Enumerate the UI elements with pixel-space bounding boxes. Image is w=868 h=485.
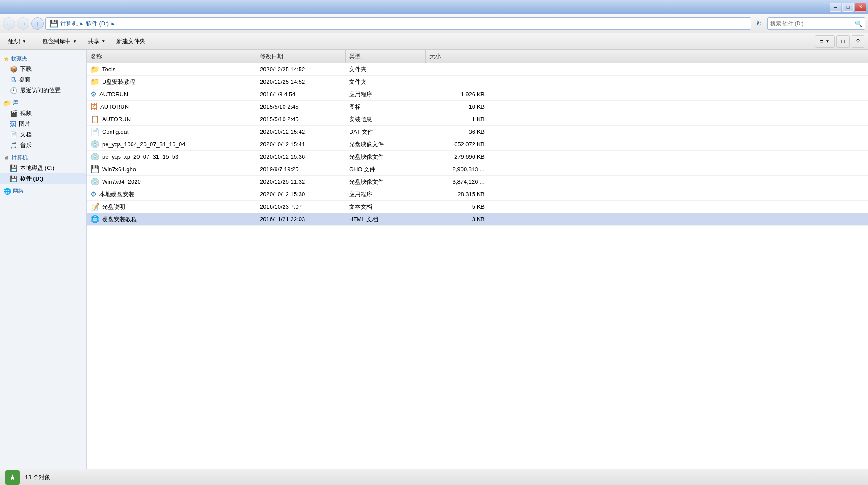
table-row[interactable]: 💿 pe_yqs_1064_20_07_31_16_04 2020/10/12 … [87, 138, 868, 151]
toolbar-sep1 [34, 36, 34, 47]
table-row[interactable]: 💾 Win7x64.gho 2019/9/7 19:25 GHO 文件 2,90… [87, 163, 868, 176]
col-name[interactable]: 名称 [87, 50, 256, 63]
sidebar-item-video[interactable]: 🎬 视频 [0, 108, 86, 119]
sidebar-item-d-drive[interactable]: 💾 软件 (D:) [0, 173, 86, 184]
file-name-cell: 💿 pe_yqs_xp_20_07_31_15_53 [87, 151, 256, 163]
up-button[interactable]: ↑ [31, 17, 44, 30]
table-row[interactable]: ⚙ 本地硬盘安装 2020/10/12 15:30 应用程序 28,315 KB [87, 188, 868, 201]
file-type-cell: 光盘映像文件 [346, 138, 426, 150]
forward-button[interactable]: → [17, 17, 29, 30]
title-bar: ─ □ ✕ [0, 0, 868, 14]
file-name: U盘安装教程 [102, 78, 135, 86]
search-box[interactable]: 🔍 [767, 17, 865, 30]
file-size: 2,900,813 ... [453, 166, 485, 173]
col-size[interactable]: 大小 [426, 50, 488, 63]
file-type-icon: 📁 [91, 78, 99, 86]
include-button[interactable]: 包含到库中 ▼ [37, 35, 82, 48]
path-computer[interactable]: 计算机 [60, 20, 78, 28]
search-input[interactable] [770, 21, 853, 27]
minimize-button[interactable]: ─ [830, 3, 841, 12]
sidebar-header-library[interactable]: 📁 库 [0, 98, 86, 108]
file-name-cell: 📄 Config.dat [87, 126, 256, 138]
share-label: 共享 [88, 37, 99, 45]
close-button[interactable]: ✕ [855, 3, 866, 12]
sidebar-header-favorites[interactable]: ★ 收藏夹 [0, 53, 86, 64]
address-path[interactable]: 💾 计算机 ► 软件 (D:) ► [45, 17, 751, 30]
table-row[interactable]: 🌐 硬盘安装教程 2016/11/21 22:03 HTML 文档 3 KB [87, 213, 868, 226]
col-type[interactable]: 类型 [346, 50, 426, 63]
file-size-cell: 28,315 KB [426, 188, 488, 200]
back-button[interactable]: ← [3, 17, 15, 30]
file-type-icon: 💿 [91, 152, 99, 161]
sidebar-header-computer[interactable]: 🖥 计算机 [0, 152, 86, 163]
file-modified-cell: 2020/12/25 14:52 [256, 76, 346, 88]
c-drive-icon: 💾 [10, 164, 17, 172]
document-label: 文档 [20, 131, 32, 139]
network-label: 网络 [13, 187, 24, 195]
sidebar-item-recent[interactable]: 🕑 最近访问的位置 [0, 85, 86, 96]
file-modified-cell: 2020/10/12 15:30 [256, 188, 346, 200]
sidebar-item-c-drive[interactable]: 💾 本地磁盘 (C:) [0, 163, 86, 173]
image-icon: 🖼 [10, 120, 16, 127]
table-row[interactable]: 💿 Win7x64_2020 2020/12/25 11:32 光盘映像文件 3… [87, 176, 868, 188]
file-type-icon: 📋 [91, 115, 99, 123]
table-row[interactable]: 🖼 AUTORUN 2015/5/10 2:45 图标 10 KB [87, 101, 868, 113]
file-modified: 2016/11/21 22:03 [260, 216, 305, 222]
file-modified-cell: 2015/5/10 2:45 [256, 113, 346, 125]
file-type-cell: 文件夹 [346, 63, 426, 75]
file-modified-cell: 2020/10/12 15:36 [256, 151, 346, 163]
table-row[interactable]: 💿 pe_yqs_xp_20_07_31_15_53 2020/10/12 15… [87, 151, 868, 163]
file-type: 文件夹 [349, 78, 366, 86]
status-app-icon: ★ [9, 473, 16, 482]
recent-icon: 🕑 [10, 87, 17, 94]
table-row[interactable]: 📁 U盘安装教程 2020/12/25 14:52 文件夹 [87, 76, 868, 88]
file-modified: 2020/10/12 15:30 [260, 191, 305, 197]
preview-button[interactable]: □ [836, 35, 850, 48]
sidebar-item-download[interactable]: 📦 下载 [0, 64, 86, 74]
table-row[interactable]: 📁 Tools 2020/12/25 14:52 文件夹 [87, 63, 868, 76]
maximize-button[interactable]: □ [842, 3, 854, 12]
table-row[interactable]: 📝 光盘说明 2016/10/23 7:07 文本文档 5 KB [87, 201, 868, 213]
col-modified[interactable]: 修改日期 [256, 50, 346, 63]
file-size-cell: 36 KB [426, 126, 488, 138]
sidebar-header-network[interactable]: 🌐 网络 [0, 186, 86, 196]
file-list-container: 名称 修改日期 类型 大小 📁 Tools 2020/12/25 14:52 文… [87, 50, 868, 469]
new-folder-button[interactable]: 新建文件夹 [111, 35, 150, 48]
path-drive[interactable]: 软件 (D:) [86, 20, 109, 28]
file-type-cell: 光盘映像文件 [346, 151, 426, 163]
table-row[interactable]: 📋 AUTORUN 2015/5/10 2:45 安装信息 1 KB [87, 113, 868, 126]
share-button[interactable]: 共享 ▼ [83, 35, 111, 48]
table-row[interactable]: 📄 Config.dat 2020/10/12 15:42 DAT 文件 36 … [87, 126, 868, 138]
image-label: 图片 [19, 120, 30, 128]
recent-label: 最近访问的位置 [20, 86, 61, 95]
file-name-cell: 📋 AUTORUN [87, 113, 256, 125]
sidebar-item-desktop[interactable]: 🖶 桌面 [0, 74, 86, 85]
file-type-cell: 应用程序 [346, 188, 426, 200]
file-size-cell [426, 63, 488, 75]
file-size-cell: 652,072 KB [426, 138, 488, 150]
sidebar-section-network: 🌐 网络 [0, 186, 86, 196]
file-size-cell: 3 KB [426, 213, 488, 225]
help-button[interactable]: ? [852, 35, 864, 48]
file-size: 3,874,126 ... [453, 178, 485, 185]
search-icon[interactable]: 🔍 [855, 20, 862, 27]
organize-button[interactable]: 组织 ▼ [4, 35, 31, 48]
file-name: AUTORUN [100, 103, 129, 110]
file-modified-cell: 2020/12/25 14:52 [256, 63, 346, 75]
file-size-cell: 2,900,813 ... [426, 163, 488, 175]
view-button[interactable]: ≡ ▼ [815, 35, 835, 48]
file-type-icon: 🖼 [91, 103, 98, 111]
file-type-icon: 💿 [91, 140, 99, 148]
sidebar-item-image[interactable]: 🖼 图片 [0, 119, 86, 129]
address-bar: ← → ↑ 💾 计算机 ► 软件 (D:) ► ↻ 🔍 [0, 14, 868, 33]
sidebar-item-music[interactable]: 🎵 音乐 [0, 140, 86, 151]
file-type-icon: 📝 [91, 202, 99, 211]
refresh-button[interactable]: ↻ [753, 17, 765, 30]
document-icon: 📄 [10, 131, 17, 138]
sidebar-item-document[interactable]: 📄 文档 [0, 129, 86, 140]
table-row[interactable]: ⚙ AUTORUN 2016/1/8 4:54 应用程序 1,926 KB [87, 88, 868, 101]
include-arrow: ▼ [73, 39, 77, 44]
file-modified: 2016/10/23 7:07 [260, 203, 302, 210]
file-modified: 2020/12/25 14:52 [260, 66, 305, 73]
file-type: 安装信息 [349, 115, 372, 123]
